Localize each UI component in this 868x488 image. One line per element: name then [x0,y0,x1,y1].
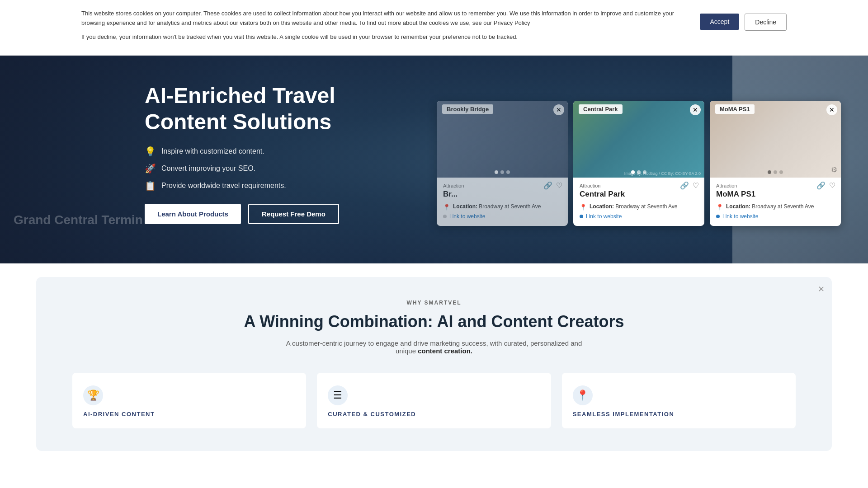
central-park-link[interactable]: Link to website [586,213,622,220]
moma-dot-2 [774,170,777,174]
central-park-location-label: Location: [590,203,614,210]
moma-title-bar: MoMA PS1 [715,104,755,114]
brooklyn-website: Link to website [443,213,561,220]
brooklyn-link[interactable]: Link to website [449,213,485,220]
poi-card-moma: MoMA PS1 ✕ ⚙ 🔗 ♡ Attraction MoMA PS1 📍 [710,101,841,226]
brooklyn-dot-1 [495,170,498,174]
central-park-location-icon: 📍 [580,204,587,211]
moma-link-icon[interactable]: 🔗 [816,181,826,190]
cookie-paragraph-1: This website stores cookies on your comp… [81,9,682,28]
brooklyn-location: 📍 Location: Broadway at Seventh Ave [443,203,561,211]
central-park-image: Central Park ✕ Image by: Rodtrag / CC By… [573,101,704,178]
moma-location: 📍 Location: Broadway at Seventh Ave [716,203,835,211]
learn-products-button[interactable]: Learn About Products [145,204,241,224]
ai-driven-title: AI-DRIVEN CONTENT [83,411,295,418]
moma-image: MoMA PS1 ✕ ⚙ [710,101,841,178]
central-park-close-button[interactable]: ✕ [690,104,701,115]
hero-feature-2-text: Convert improving your SEO. [161,164,255,173]
brooklyn-dot-2 [500,170,504,174]
moma-link[interactable]: Link to website [722,213,758,220]
poi-card-central-park: Central Park ✕ Image by: Rodtrag / CC By… [573,101,704,226]
hero-feature-1-text: Inspire with customized content. [161,147,264,155]
brooklyn-heart-icon[interactable]: ♡ [556,181,562,190]
hero-title: AI-Enriched Travel Content Solutions [145,83,380,135]
central-park-website: Link to website [580,213,698,220]
brooklyn-location-label: Location: [453,203,477,210]
provide-icon: 📋 [145,180,156,191]
central-park-actions: 🔗 ♡ [680,181,699,190]
brooklyn-dots [495,170,510,174]
why-section: ✕ WHY SMARTVEL A Winning Combination: AI… [36,277,832,451]
poi-cards-overlay: Brookly Bridge ✕ 🔗 ♡ Attraction Br... 📍 [437,101,841,226]
curated-icon-wrap: ☰ [328,385,348,405]
inspire-icon: 💡 [145,146,156,157]
central-park-link-icon[interactable]: 🔗 [680,181,689,190]
central-park-attribution: Image by: Rodtrag / CC By: CC-BY-SA 2.0 [624,171,701,176]
brooklyn-location-value: Broadway at Seventh Ave [479,203,541,210]
moma-location-label: Location: [726,203,750,210]
feature-card-curated: ☰ CURATED & CUSTOMIZED [317,373,551,428]
cookie-paragraph-2: If you decline, your information won't b… [81,33,682,42]
seamless-icon-wrap: 📍 [573,385,593,405]
curated-icon: ☰ [333,389,342,401]
central-park-link-dot [580,215,583,218]
why-description: A customer-centric journey to engage and… [276,339,592,355]
ai-driven-icon: 🏆 [87,389,99,401]
moma-location-text: Location: Broadway at Seventh Ave [726,203,814,210]
moma-dot-1 [768,170,771,174]
cookie-banner: This website stores cookies on your comp… [0,0,868,56]
features-row: 🏆 AI-DRIVEN CONTENT ☰ CURATED & CUSTOMIZ… [72,373,796,428]
why-desc-strong: content creation. [418,347,472,355]
central-park-location-text: Location: Broadway at Seventh Ave [590,203,678,210]
seamless-title: SEAMLESS IMPLEMENTATION [573,411,785,418]
moma-heart-icon[interactable]: ♡ [829,181,835,190]
convert-icon: 🚀 [145,163,156,174]
brooklyn-location-text: Location: Broadway at Seventh Ave [453,203,541,210]
moma-dot-3 [779,170,783,174]
moma-name: MoMA PS1 [716,190,835,199]
brooklyn-location-icon: 📍 [443,204,450,211]
moma-website: Link to website [716,213,835,220]
moma-settings-icon[interactable]: ⚙ [831,165,837,174]
brooklyn-actions: 🔗 ♡ [543,181,562,190]
feature-card-ai: 🏆 AI-DRIVEN CONTENT [72,373,306,428]
seamless-icon: 📍 [576,389,589,401]
central-park-title-bar: Central Park [579,104,623,114]
why-subtitle: WHY SMARTVEL [72,300,796,306]
hero-section: Grand Central Termin AI-Enriched Travel … [0,56,868,263]
curated-title: CURATED & CUSTOMIZED [328,411,540,418]
central-park-location: 📍 Location: Broadway at Seventh Ave [580,203,698,211]
accept-button[interactable]: Accept [700,14,739,30]
central-park-location-value: Broadway at Seventh Ave [615,203,677,210]
ai-icon-wrap: 🏆 [83,385,103,405]
request-demo-button[interactable]: Request Free Demo [248,204,339,224]
brooklyn-link-icon[interactable]: 🔗 [543,181,552,190]
brooklyn-link-dot [443,215,447,218]
brooklyn-close-button[interactable]: ✕ [553,104,564,115]
cookie-buttons: Accept Decline [700,9,787,31]
decline-button[interactable]: Decline [745,14,787,31]
moma-dots [768,170,783,174]
brooklyn-card-image: Brookly Bridge ✕ [437,101,568,178]
moma-location-value: Broadway at Seventh Ave [752,203,814,210]
brooklyn-title-bar: Brookly Bridge [442,104,493,114]
poi-card-brooklyn: Brookly Bridge ✕ 🔗 ♡ Attraction Br... 📍 [437,101,568,226]
moma-location-icon: 📍 [716,204,723,211]
why-title: A Winning Combination: AI and Content Cr… [72,312,796,331]
cookie-text: This website stores cookies on your comp… [81,9,682,46]
central-park-heart-icon[interactable]: ♡ [693,181,699,190]
brooklyn-name: Br... [443,190,561,199]
moma-link-dot [716,215,720,218]
hero-feature-3-text: Provide worldwide travel requirements. [161,182,286,190]
why-close-button[interactable]: ✕ [818,284,825,294]
moma-actions: 🔗 ♡ [816,181,835,190]
moma-close-button[interactable]: ✕ [826,104,837,115]
feature-card-seamless: 📍 SEAMLESS IMPLEMENTATION [562,373,796,428]
brooklyn-dot-3 [506,170,510,174]
central-park-name: Central Park [580,190,698,199]
